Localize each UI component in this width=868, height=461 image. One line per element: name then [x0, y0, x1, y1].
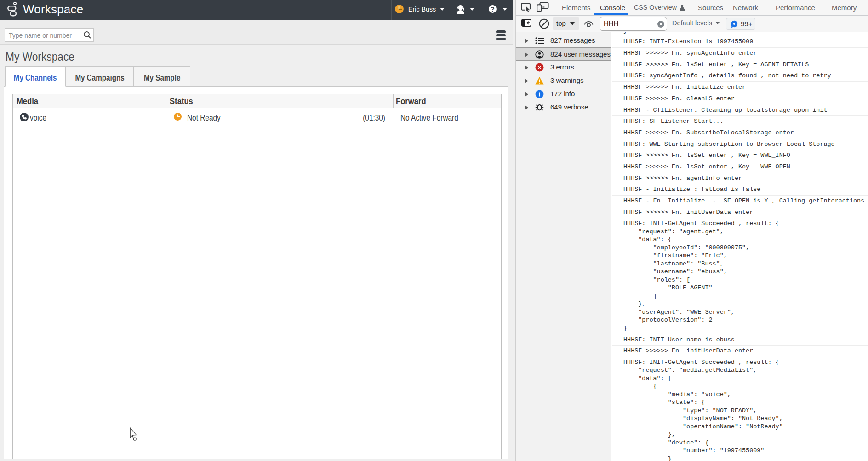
svg-text:?: ? [491, 6, 495, 13]
